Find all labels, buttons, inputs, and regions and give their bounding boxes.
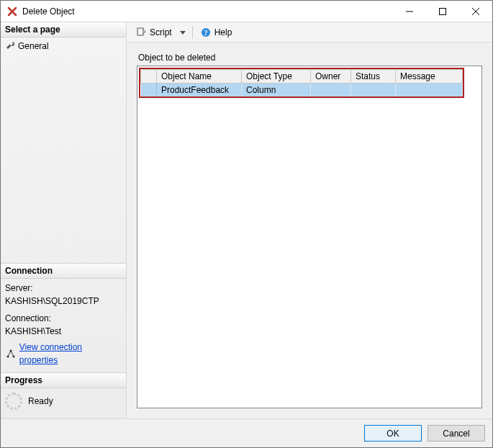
dialog-footer: OK Cancel	[1, 418, 492, 447]
svg-rect-9	[137, 28, 143, 35]
col-status[interactable]: Status	[351, 70, 396, 84]
sidebar: Select a page General Connection Server:…	[1, 22, 127, 418]
cell-owner	[311, 84, 351, 97]
page-item-label: General	[18, 41, 49, 51]
select-page-header: Select a page	[1, 22, 126, 37]
cell-object-type: Column	[242, 84, 311, 97]
maximize-button[interactable]	[426, 1, 459, 22]
delete-object-dialog: Delete Object Select a page	[0, 0, 493, 448]
connection-section: Connection Server: KASHISH\SQL2019CTP Co…	[1, 263, 126, 372]
col-object-type[interactable]: Object Type	[242, 70, 311, 84]
close-button[interactable]	[459, 1, 492, 22]
delete-icon	[6, 6, 18, 17]
window-title: Delete Object	[22, 6, 75, 17]
table-row[interactable]: ProductFeedback Column	[141, 84, 463, 97]
svg-marker-10	[180, 31, 186, 35]
progress-header: Progress	[1, 373, 126, 388]
connection-label: Connection:	[5, 312, 122, 325]
server-value: KASHISH\SQL2019CTP	[5, 295, 122, 308]
cancel-button[interactable]: Cancel	[428, 425, 485, 442]
help-label: Help	[214, 27, 232, 37]
page-item-general[interactable]: General	[5, 40, 122, 52]
page-list: General	[1, 37, 126, 55]
progress-section: Progress Ready	[1, 372, 126, 418]
row-header[interactable]	[141, 84, 157, 97]
progress-status: Ready	[28, 396, 53, 406]
main-panel: Script ? Help Object to b	[127, 22, 492, 418]
help-button[interactable]: ? Help	[197, 25, 235, 40]
toolbar-separator	[192, 26, 193, 39]
script-dropdown[interactable]	[178, 30, 188, 35]
view-connection-properties-link[interactable]: View connection properties	[19, 341, 122, 367]
content-area: Object to be deleted Object Name Object …	[127, 42, 492, 418]
help-icon: ?	[200, 27, 212, 38]
cell-message	[396, 84, 463, 97]
ok-button[interactable]: OK	[364, 425, 422, 442]
script-icon	[135, 27, 147, 38]
grid-header-row: Object Name Object Type Owner Status Mes…	[141, 70, 463, 84]
connection-properties-icon	[5, 348, 17, 359]
toolbar: Script ? Help	[127, 22, 492, 42]
script-label: Script	[150, 27, 172, 37]
col-owner[interactable]: Owner	[311, 70, 351, 84]
server-label: Server:	[5, 282, 122, 295]
cell-object-name: ProductFeedback	[157, 84, 242, 97]
svg-text:?: ?	[204, 28, 207, 36]
minimize-button[interactable]	[393, 1, 426, 22]
cell-status	[351, 84, 396, 97]
script-button[interactable]: Script	[132, 25, 175, 40]
svg-rect-3	[440, 8, 446, 14]
progress-spinner-icon	[5, 393, 22, 410]
object-grid[interactable]: Object Name Object Type Owner Status Mes…	[137, 66, 482, 408]
col-message[interactable]: Message	[396, 70, 463, 84]
grid-corner	[141, 70, 157, 84]
connection-value: KASHISH\Test	[5, 325, 122, 338]
titlebar: Delete Object	[1, 1, 492, 22]
window-controls	[393, 1, 492, 22]
object-to-be-deleted-label: Object to be deleted	[138, 53, 482, 63]
wrench-icon	[5, 41, 15, 51]
connection-header: Connection	[1, 264, 126, 279]
col-object-name[interactable]: Object Name	[157, 70, 242, 84]
